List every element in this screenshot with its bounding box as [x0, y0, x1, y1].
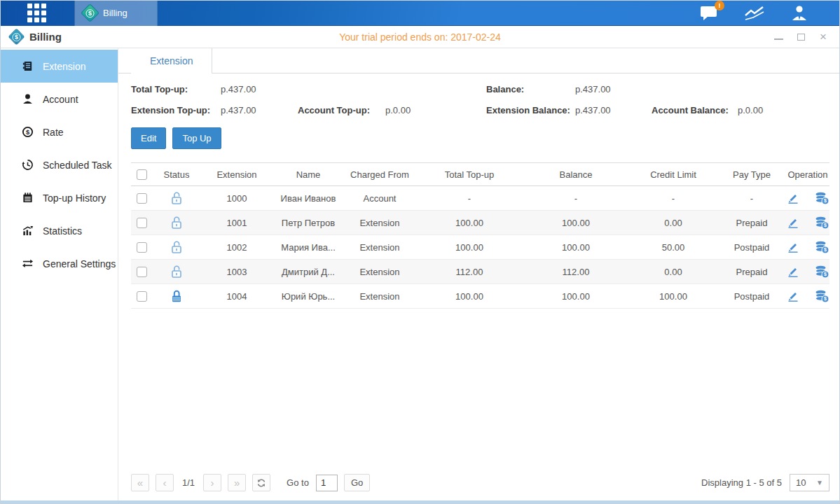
lock-open-icon [170, 216, 183, 230]
top-up-coins-icon: $ [815, 290, 829, 303]
tab-strip: Extension [118, 48, 839, 74]
edit-pencil-icon [787, 265, 799, 278]
status-lock-toggle[interactable] [153, 265, 200, 279]
goto-label: Go to [287, 477, 309, 488]
row-edit-button[interactable] [787, 241, 799, 253]
sidebar-item-general-settings[interactable]: General Settings [1, 247, 118, 280]
status-lock-toggle[interactable] [153, 191, 200, 205]
lock-closed-icon [170, 289, 183, 303]
extensions-table: Status Extension Name Charged From Total… [131, 162, 829, 309]
cell-credit-limit: 100.00 [629, 284, 717, 309]
row-topup-button[interactable]: $ [815, 192, 829, 205]
status-lock-toggle[interactable] [153, 216, 200, 230]
sidebar-item-scheduled-task[interactable]: Scheduled Task [1, 148, 118, 181]
cell-extension: 1002 [200, 235, 273, 260]
cell-balance: 112.00 [523, 260, 629, 284]
cell-credit-limit: - [629, 186, 717, 211]
billing-diamond-icon: $ [81, 4, 99, 22]
first-page-button[interactable]: « [131, 474, 149, 491]
cell-total-topup: 112.00 [416, 260, 523, 284]
account-balance-label: Account Balance: [652, 105, 738, 115]
messages-icon[interactable]: ! [700, 5, 719, 21]
row-topup-button[interactable]: $ [815, 290, 829, 303]
top-up-coins-icon: $ [815, 241, 829, 254]
cell-charged-from: Extension [343, 260, 416, 284]
row-edit-button[interactable] [787, 216, 799, 229]
lock-open-icon [170, 240, 183, 254]
sidebar-item-label: Statistics [43, 225, 82, 237]
sidebar-item-extension[interactable]: Extension [1, 50, 118, 83]
cell-balance: - [523, 186, 629, 211]
account-topup-label: Account Top-up: [298, 105, 385, 115]
pagination-bar: « ‹ 1/1 › » Go to Go Displaying [118, 474, 839, 500]
row-edit-button[interactable] [787, 290, 799, 302]
next-page-button[interactable]: › [203, 474, 221, 491]
user-account-icon[interactable] [790, 4, 808, 22]
goto-page-input[interactable] [316, 475, 338, 491]
col-pay-type: Pay Type [717, 163, 786, 186]
cell-charged-from: Account [343, 186, 416, 211]
row-edit-button[interactable] [787, 192, 799, 204]
table-row: 1003Дмитрий Д...Extension112.00112.000.0… [131, 260, 829, 284]
svg-text:$: $ [824, 272, 827, 277]
refresh-button[interactable] [252, 474, 270, 491]
sidebar-item-label: Scheduled Task [43, 160, 112, 171]
app-launcher-grid-icon[interactable] [27, 4, 46, 22]
edit-pencil-icon [787, 192, 799, 204]
cell-total-topup: 100.00 [416, 235, 523, 260]
col-total-topup: Total Top-up [416, 163, 523, 186]
tab-extension[interactable]: Extension [131, 48, 212, 74]
close-button[interactable]: × [818, 32, 828, 42]
edit-pencil-icon [787, 290, 799, 302]
top-up-button[interactable]: Top Up [172, 127, 221, 149]
col-status: Status [153, 163, 200, 186]
page-size-value: 10 [796, 477, 806, 488]
lock-open-icon [170, 191, 183, 205]
minimize-button[interactable] [773, 32, 783, 42]
cell-credit-limit: 0.00 [629, 211, 717, 235]
svg-text:$: $ [26, 128, 30, 136]
select-all-checkbox[interactable] [137, 169, 147, 180]
table-row: 1001Петр ПетровExtension100.00100.000.00… [131, 211, 829, 235]
sidebar-item-topup-history[interactable]: Top-up History [1, 181, 118, 214]
last-page-button[interactable]: » [228, 474, 246, 491]
col-credit-limit: Credit Limit [629, 163, 717, 186]
maximize-button[interactable] [796, 32, 806, 42]
cell-name: Дмитрий Д... [273, 260, 343, 284]
table-header-row: Status Extension Name Charged From Total… [131, 163, 829, 186]
sidebar-item-rate[interactable]: $ Rate [1, 115, 118, 148]
cell-extension: 1003 [200, 260, 273, 284]
sidebar-item-label: Account [43, 94, 78, 105]
cell-pay-type: Postpaid [717, 235, 786, 260]
sidebar-item-account[interactable]: Account [1, 83, 118, 115]
row-topup-button[interactable]: $ [815, 216, 829, 230]
account-topup-value: p.0.00 [385, 105, 486, 115]
cell-balance: 100.00 [523, 211, 629, 235]
status-lock-toggle[interactable] [153, 240, 200, 254]
summary-panel: Total Top-up: p.437.00 Balance: p.437.00… [118, 74, 839, 115]
row-checkbox[interactable] [137, 242, 147, 253]
sidebar-item-statistics[interactable]: Statistics [1, 214, 118, 247]
balance-label: Balance: [486, 84, 575, 94]
prev-page-button[interactable]: ‹ [156, 474, 174, 491]
row-checkbox[interactable] [137, 193, 147, 204]
row-topup-button[interactable]: $ [815, 265, 829, 279]
go-button[interactable]: Go [344, 474, 370, 491]
sidebar-item-label: Rate [43, 127, 64, 138]
row-checkbox[interactable] [137, 267, 147, 277]
reports-chart-icon[interactable] [744, 5, 765, 22]
edit-pencil-icon [787, 241, 799, 253]
billing-app-tab-label: Billing [103, 8, 128, 18]
page-size-select[interactable]: 10 ▼ [790, 474, 829, 491]
row-edit-button[interactable] [787, 265, 799, 278]
billing-app-tab[interactable]: $ Billing [74, 1, 158, 26]
cell-pay-type: - [717, 186, 786, 211]
person-icon [22, 93, 34, 105]
row-topup-button[interactable]: $ [815, 241, 829, 254]
row-checkbox[interactable] [137, 218, 147, 228]
row-checkbox[interactable] [137, 291, 147, 302]
edit-button[interactable]: Edit [131, 127, 166, 149]
clock-history-icon [22, 159, 34, 171]
status-lock-toggle[interactable] [153, 289, 200, 303]
total-topup-value: p.437.00 [221, 84, 298, 94]
